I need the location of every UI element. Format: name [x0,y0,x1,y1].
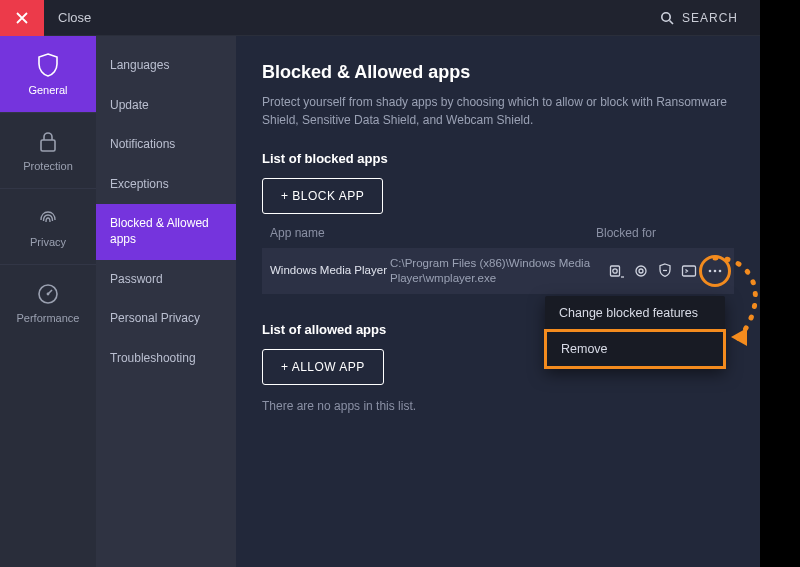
search-button[interactable]: SEARCH [660,11,738,25]
settings-window: Close SEARCH General Protection Privacy [0,0,760,567]
menu-item-remove[interactable]: Remove [544,329,726,369]
table-row: Windows Media Player C:\Program Files (x… [262,248,734,294]
subnav-item-languages[interactable]: Languages [96,46,236,86]
menu-item-change-features[interactable]: Change blocked features [545,296,725,330]
subnav-item-exceptions[interactable]: Exceptions [96,165,236,205]
svg-rect-4 [611,266,620,276]
gauge-icon [36,282,60,306]
nav-item-performance[interactable]: Performance [0,264,96,340]
nav-item-privacy[interactable]: Privacy [0,188,96,264]
highlight-ring [699,255,731,287]
page-title: Blocked & Allowed apps [262,62,734,83]
subnav-item-troubleshooting[interactable]: Troubleshooting [96,339,236,379]
terminal-icon [680,262,698,280]
nav-item-protection[interactable]: Protection [0,112,96,188]
lock-icon [37,130,59,154]
nav-label: General [28,84,67,96]
more-button[interactable] [704,260,726,282]
subnav-item-notifications[interactable]: Notifications [96,125,236,165]
page-description: Protect yourself from shady apps by choo… [262,93,732,129]
svg-point-7 [639,269,643,273]
col-app-name: App name [270,226,390,240]
shield-small-icon [656,262,674,280]
allow-app-button[interactable]: + ALLOW APP [262,349,384,385]
allowed-empty-text: There are no apps in this list. [262,399,734,413]
camera-icon [632,262,650,280]
shield-icon [36,52,60,78]
svg-point-0 [662,12,670,20]
blocked-for-icons [608,260,726,282]
subnav-item-update[interactable]: Update [96,86,236,126]
nav-label: Protection [23,160,73,172]
close-label: Close [58,10,91,25]
subnav-item-password[interactable]: Password [96,260,236,300]
fingerprint-icon [36,206,60,230]
nav-label: Privacy [30,236,66,248]
blocked-heading: List of blocked apps [262,151,734,166]
webcam-icon [608,262,626,280]
svg-rect-8 [683,266,696,276]
search-icon [660,11,674,25]
subnav-item-blocked-allowed[interactable]: Blocked & Allowed apps [96,204,236,259]
close-button[interactable] [0,0,44,36]
settings-subnav: Languages Update Notifications Exception… [96,36,236,567]
primary-nav: General Protection Privacy Performance [0,36,96,567]
nav-item-general[interactable]: General [0,36,96,112]
app-path-cell: C:\Program Files (x86)\Windows Media Pla… [390,256,608,286]
search-label: SEARCH [682,11,738,25]
block-app-button[interactable]: + BLOCK APP [262,178,383,214]
app-name-cell: Windows Media Player [270,263,390,278]
context-menu: Change blocked features Remove [545,296,725,368]
svg-rect-1 [41,140,55,151]
close-icon [16,12,28,24]
subnav-item-personal-privacy[interactable]: Personal Privacy [96,299,236,339]
col-blocked-for: Blocked for [596,226,726,240]
blocked-table-header: App name Blocked for [262,214,734,248]
svg-point-6 [636,266,646,276]
titlebar: Close SEARCH [0,0,760,36]
svg-point-3 [47,292,50,295]
nav-label: Performance [17,312,80,324]
svg-point-5 [613,269,617,273]
